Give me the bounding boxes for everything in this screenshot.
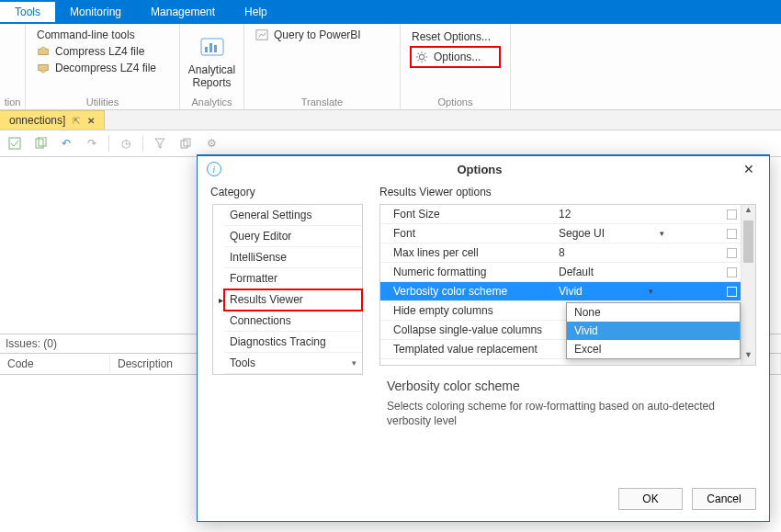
dropdown-option-vivid[interactable]: Vivid xyxy=(567,322,740,340)
option-row[interactable]: Verbosity color schemeVivid▾ xyxy=(380,282,741,301)
option-value-text: 8 xyxy=(559,246,565,259)
toolbar-btn-1[interactable] xyxy=(6,134,24,153)
menu-tab-monitoring[interactable]: Monitoring xyxy=(55,2,136,22)
options-scrollbar[interactable]: ▲ ▼ xyxy=(741,205,755,365)
category-results-viewer[interactable]: Results Viewer xyxy=(224,289,362,311)
ok-button[interactable]: OK xyxy=(618,488,683,510)
menu-tab-help[interactable]: Help xyxy=(230,2,282,22)
redo-button[interactable]: ↷ xyxy=(83,134,101,153)
option-value-text: Vivid xyxy=(559,285,583,298)
pin-icon[interactable]: ⇱ xyxy=(73,116,80,126)
dialog-close-button[interactable]: ✕ xyxy=(738,162,760,176)
compress-icon xyxy=(37,45,50,58)
category-tools-label: Tools xyxy=(230,357,255,369)
option-value[interactable]: Vivid▾ xyxy=(553,285,741,298)
chevron-down-icon[interactable]: ▾ xyxy=(649,287,653,296)
compress-label: Compress LZ4 file xyxy=(55,45,144,58)
category-general-settings[interactable]: General Settings xyxy=(224,205,362,226)
reset-checkbox[interactable] xyxy=(727,229,737,239)
category-connections[interactable]: Connections xyxy=(224,311,362,332)
category-tools[interactable]: Tools ▾ xyxy=(224,353,362,374)
dialog-title: Options xyxy=(221,163,738,176)
option-name: Collapse single-value columns xyxy=(380,323,553,336)
dialog-titlebar: i Options ✕ xyxy=(198,156,769,182)
analytical-reports-item[interactable]: Analytical Reports xyxy=(187,28,237,90)
toolbar-btn-clock[interactable]: ◷ xyxy=(117,134,135,153)
scroll-thumb[interactable] xyxy=(743,221,753,263)
toolbar-btn-filter[interactable] xyxy=(151,134,169,153)
ribbon-group-utilities: Command-line tools Compress LZ4 file Dec… xyxy=(26,24,180,109)
category-diagnostics-tracing[interactable]: Diagnostics Tracing xyxy=(224,332,362,353)
ribbon-group-label-partial: tion xyxy=(2,94,23,108)
cmdline-tools-item[interactable]: Command-line tools xyxy=(35,28,170,42)
option-value[interactable]: 12 xyxy=(553,208,741,221)
selected-pointer-icon: ▸ xyxy=(216,295,223,305)
category-formatter[interactable]: Formatter xyxy=(224,268,362,289)
document-tab-connections[interactable]: onnections] ⇱ ✕ xyxy=(0,110,105,130)
svg-rect-0 xyxy=(39,49,49,54)
reset-checkbox[interactable] xyxy=(727,267,737,277)
svg-rect-3 xyxy=(205,47,208,52)
option-value[interactable]: 8 xyxy=(553,246,741,259)
dropdown-option-excel[interactable]: Excel xyxy=(567,340,740,358)
editor-toolbar: ↶ ↷ ◷ ⚙ xyxy=(0,130,781,157)
option-name: Templated value replacement xyxy=(380,343,553,356)
category-selected-wrap: ▸ Results Viewer xyxy=(224,289,362,311)
option-row[interactable]: Font Size12 xyxy=(380,205,741,224)
option-value[interactable]: Segoe UI▾ xyxy=(553,227,741,240)
reset-checkbox[interactable] xyxy=(727,287,737,297)
option-row[interactable]: FontSegoe UI▾ xyxy=(380,224,741,243)
option-value[interactable]: Default xyxy=(553,266,741,278)
svg-rect-4 xyxy=(209,43,212,52)
ribbon-group-label-utilities: Utilities xyxy=(35,94,170,108)
undo-button[interactable]: ↶ xyxy=(57,134,75,153)
query-powerbi-item[interactable]: Query to PowerBI xyxy=(254,28,390,42)
category-column: Category General Settings Query Editor I… xyxy=(210,182,363,448)
decompress-lz4-item[interactable]: Decompress LZ4 file xyxy=(35,61,170,75)
options-item[interactable]: Options... xyxy=(410,46,501,68)
option-description: Verbosity color scheme Selects coloring … xyxy=(379,366,756,432)
issue-col-code[interactable]: Code xyxy=(0,354,110,374)
category-query-editor[interactable]: Query Editor xyxy=(224,226,362,247)
dialog-body: Category General Settings Query Editor I… xyxy=(198,182,769,448)
compress-lz4-item[interactable]: Compress LZ4 file xyxy=(35,44,170,59)
chevron-down-icon[interactable]: ▾ xyxy=(660,229,664,238)
toolbar-btn-2[interactable] xyxy=(31,134,50,153)
ribbon-group-label-analytics: Analytics xyxy=(191,94,232,108)
svg-rect-5 xyxy=(214,45,217,52)
options-dialog: i Options ✕ Category General Settings Qu… xyxy=(197,154,770,522)
menu-tabs: Tools Monitoring Management Help xyxy=(0,0,781,24)
reset-checkbox[interactable] xyxy=(727,209,737,220)
option-name: Font Size xyxy=(380,208,553,221)
toolbar-separator xyxy=(142,135,143,152)
options-panel-header: Results Viewer options xyxy=(379,182,756,204)
category-list: General Settings Query Editor IntelliSen… xyxy=(212,204,363,375)
option-value-text: Default xyxy=(559,266,594,278)
toolbar-btn-copy[interactable] xyxy=(176,134,195,153)
menu-tab-management[interactable]: Management xyxy=(136,2,230,22)
category-intellisense[interactable]: IntelliSense xyxy=(224,247,362,268)
option-row[interactable]: Max lines per cell8 xyxy=(380,243,741,263)
cancel-button[interactable]: Cancel xyxy=(692,488,756,510)
scroll-down-icon[interactable]: ▼ xyxy=(741,350,755,365)
ribbon-group-options: Reset Options... Options... Options xyxy=(401,24,511,109)
scroll-up-icon[interactable]: ▲ xyxy=(741,205,755,220)
option-row[interactable]: Numeric formattingDefault xyxy=(380,263,741,282)
reset-options-item[interactable]: Reset Options... xyxy=(410,29,501,44)
ribbon-group-translate: Query to PowerBI Translate xyxy=(244,24,401,109)
close-icon[interactable]: ✕ xyxy=(87,116,95,126)
ribbon: tion Command-line tools Compress LZ4 fil… xyxy=(0,24,781,110)
reset-options-label: Reset Options... xyxy=(412,30,491,43)
powerbi-icon xyxy=(255,28,268,41)
menu-tab-tools[interactable]: Tools xyxy=(0,2,55,22)
svg-rect-16 xyxy=(9,138,20,149)
toolbar-btn-settings[interactable]: ⚙ xyxy=(202,134,221,153)
option-desc-text: Selects coloring scheme for row-formatti… xyxy=(387,399,749,428)
svg-line-14 xyxy=(418,60,419,61)
ribbon-group-label-options: Options xyxy=(410,94,501,108)
svg-line-12 xyxy=(418,53,419,54)
reset-checkbox[interactable] xyxy=(727,248,737,258)
dropdown-option-none[interactable]: None xyxy=(567,303,740,322)
reports-icon xyxy=(199,34,225,60)
ribbon-group-label-translate: Translate xyxy=(254,94,390,108)
